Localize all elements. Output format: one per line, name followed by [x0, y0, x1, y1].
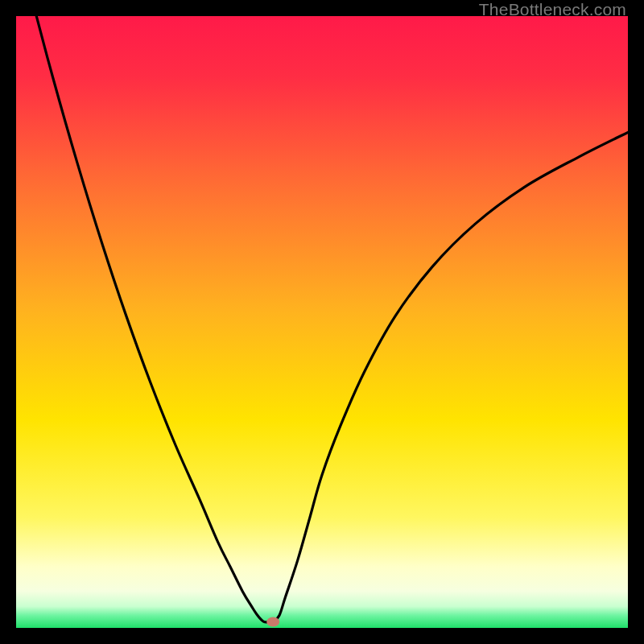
notch-marker [266, 617, 279, 626]
watermark-text: TheBottleneck.com [479, 0, 626, 19]
gradient-background [16, 16, 628, 628]
bottleneck-chart [16, 16, 628, 628]
chart-frame [16, 16, 628, 628]
